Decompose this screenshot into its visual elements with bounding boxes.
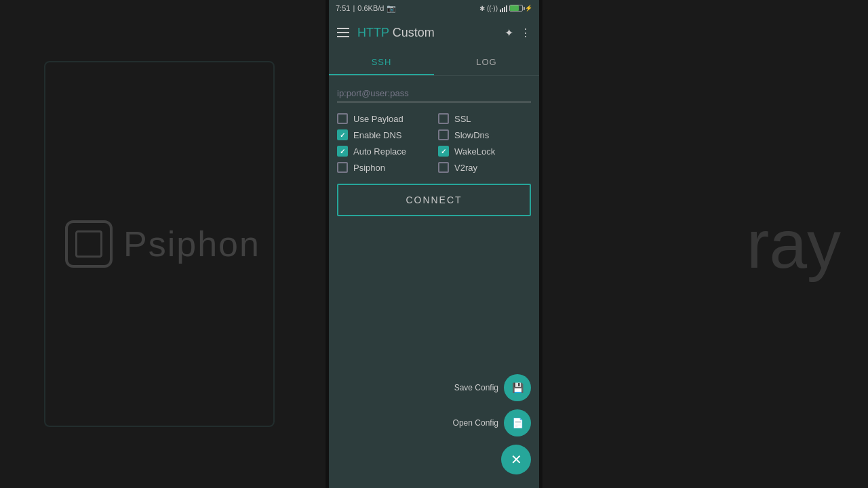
checkbox-psiphon-label: Psiphon — [353, 163, 385, 173]
app-header: HTTP Custom ✦ ⋮ — [329, 16, 539, 49]
checkbox-auto-replace-box[interactable] — [337, 146, 348, 157]
checkbox-v2ray[interactable]: V2ray — [438, 162, 531, 173]
save-icon: 💾 — [512, 382, 524, 393]
connect-button[interactable]: CONNECT — [337, 184, 531, 216]
phone-container: 7:51 | 0.6KB/d 📷 ✱ ((·)) ⚡ HTTP Cus — [329, 0, 539, 488]
open-config-row: Open Config 📄 — [453, 409, 531, 436]
charging-icon: ⚡ — [525, 5, 532, 12]
checkbox-use-payload[interactable]: Use Payload — [337, 113, 430, 124]
ray-bg-text: ray — [747, 205, 841, 283]
checkbox-psiphon-box[interactable] — [337, 162, 348, 173]
fab-area: Save Config 💾 Open Config 📄 ✕ — [453, 374, 531, 474]
checkbox-wakelock[interactable]: WakeLock — [438, 146, 531, 157]
tab-bar: SSH LOG — [329, 49, 539, 76]
title-custom: Custom — [389, 26, 435, 39]
open-config-label: Open Config — [453, 418, 498, 428]
checkbox-enable-dns[interactable]: Enable DNS — [337, 129, 430, 140]
status-bar: 7:51 | 0.6KB/d 📷 ✱ ((·)) ⚡ — [329, 0, 539, 16]
wifi-icon: ((·)) — [487, 5, 498, 12]
save-config-label: Save Config — [454, 383, 498, 392]
checkbox-ssl-box[interactable] — [438, 113, 449, 124]
checkbox-psiphon[interactable]: Psiphon — [337, 162, 430, 173]
open-config-button[interactable]: 📄 — [504, 409, 531, 436]
checkbox-enable-dns-label: Enable DNS — [353, 130, 402, 140]
speed-display: | — [353, 4, 355, 12]
checkbox-use-payload-box[interactable] — [337, 113, 348, 124]
status-right: ✱ ((·)) ⚡ — [479, 4, 532, 12]
checkbox-ssl-label: SSL — [454, 114, 471, 124]
battery-icon — [509, 5, 523, 12]
save-config-row: Save Config 💾 — [454, 374, 531, 401]
checkbox-grid: Use Payload SSL Enable DNS SlowDns Auto … — [337, 113, 531, 173]
checkbox-slowdns-label: SlowDns — [454, 130, 489, 140]
checkbox-wakelock-label: WakeLock — [454, 146, 495, 157]
checkbox-v2ray-box[interactable] — [438, 162, 449, 173]
checkbox-use-payload-label: Use Payload — [353, 114, 403, 124]
checkbox-ssl[interactable]: SSL — [438, 113, 531, 124]
close-fab-button[interactable]: ✕ — [501, 445, 531, 474]
checkbox-auto-replace[interactable]: Auto Replace — [337, 146, 430, 157]
close-fab-row: ✕ — [501, 445, 531, 474]
checkbox-wakelock-box[interactable] — [438, 146, 449, 157]
header-icons: ✦ ⋮ — [505, 26, 531, 39]
checkbox-auto-replace-label: Auto Replace — [353, 146, 406, 157]
title-http: HTTP — [357, 26, 389, 39]
speed-value: 0.6KB/d — [357, 4, 384, 12]
more-options-icon[interactable]: ⋮ — [520, 26, 531, 39]
status-left: 7:51 | 0.6KB/d 📷 — [336, 4, 396, 13]
server-input[interactable] — [337, 88, 531, 98]
server-input-container — [337, 87, 531, 102]
phone-outline-decoration — [44, 61, 275, 427]
save-config-button[interactable]: 💾 — [504, 374, 531, 401]
app-title: HTTP Custom — [357, 26, 496, 40]
hamburger-menu[interactable] — [337, 28, 349, 37]
checkbox-enable-dns-box[interactable] — [337, 129, 348, 140]
signal-bars — [500, 4, 507, 12]
checkbox-slowdns[interactable]: SlowDns — [438, 129, 531, 140]
tab-ssh[interactable]: SSH — [329, 49, 434, 75]
checkbox-v2ray-label: V2ray — [454, 163, 477, 173]
open-icon: 📄 — [512, 418, 524, 428]
bluetooth-icon: ✱ — [479, 5, 485, 12]
video-icon: 📷 — [387, 4, 396, 13]
star-icon[interactable]: ✦ — [505, 26, 513, 39]
close-icon: ✕ — [511, 451, 522, 468]
time-display: 7:51 — [336, 4, 350, 12]
checkbox-slowdns-box[interactable] — [438, 129, 449, 140]
tab-log[interactable]: LOG — [434, 49, 539, 75]
